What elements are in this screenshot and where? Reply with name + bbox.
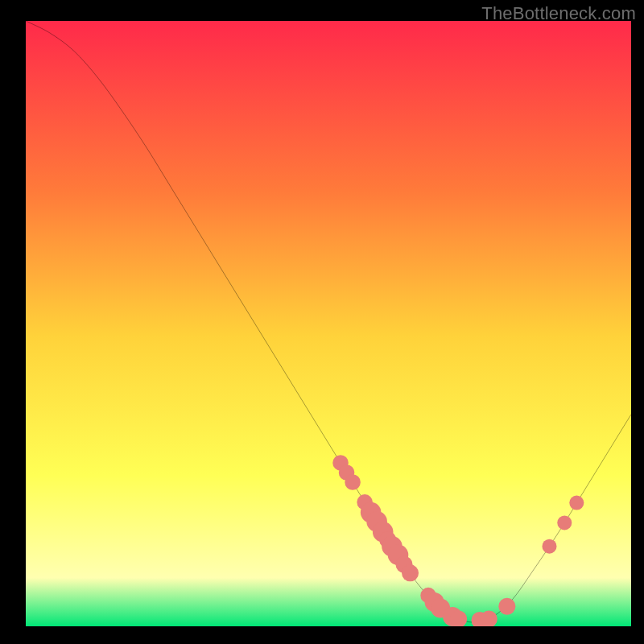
chart-plot-area — [26, 21, 631, 626]
chart-svg — [26, 21, 631, 626]
chart-marker — [498, 598, 515, 615]
chart-background-gradient — [26, 21, 631, 626]
chart-marker — [542, 539, 556, 554]
chart-marker — [345, 474, 361, 490]
attribution-text: TheBottleneck.com — [481, 3, 636, 24]
chart-marker — [402, 564, 419, 581]
chart-marker — [557, 515, 572, 530]
chart-frame: TheBottleneck.com — [0, 0, 644, 644]
chart-marker — [569, 496, 584, 510]
